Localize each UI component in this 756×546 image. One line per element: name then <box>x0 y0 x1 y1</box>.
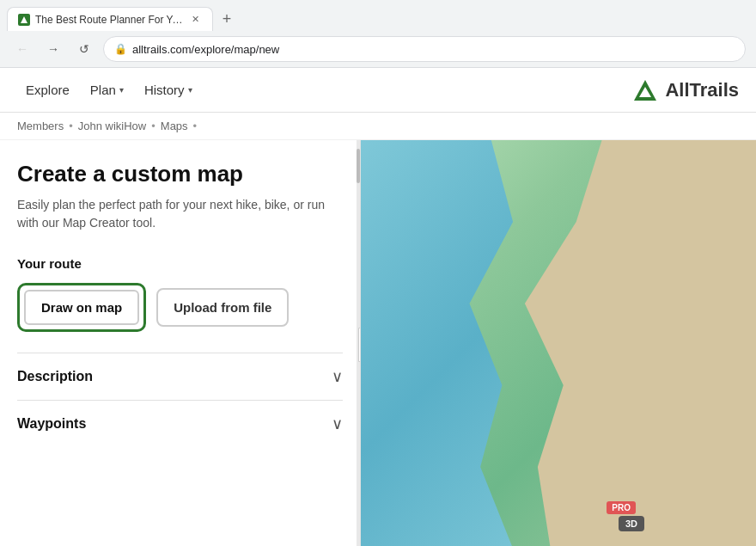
upload-from-file-button[interactable]: Upload from file <box>156 288 289 327</box>
breadcrumb: Members • John wikiHow • Maps • <box>0 113 756 140</box>
map-panel[interactable]: PRO 3D <box>361 140 756 546</box>
pro-badge: PRO <box>607 501 636 514</box>
scroll-thumb[interactable] <box>357 149 360 183</box>
breadcrumb-sep2: • <box>151 120 155 132</box>
plan-nav-item[interactable]: Plan ▾ <box>82 76 132 104</box>
history-label: History <box>144 83 185 97</box>
panel-subtitle: Easily plan the perfect path for your ne… <box>17 196 343 232</box>
main-layout: Create a custom map Easily plan the perf… <box>0 140 756 546</box>
route-buttons-container: Draw on map Upload from file <box>17 283 343 332</box>
page-title: Create a custom map <box>17 161 343 187</box>
draw-on-map-button[interactable]: Draw on map <box>24 290 139 325</box>
map-land <box>499 140 756 546</box>
waypoints-title: Waypoints <box>17 416 86 432</box>
tab-title: The Best Route Planner For Your... <box>35 14 183 26</box>
plan-chevron-icon: ▾ <box>119 85 124 95</box>
breadcrumb-user[interactable]: John wikiHow <box>78 120 146 132</box>
map-background: PRO 3D <box>361 140 756 546</box>
left-panel: Create a custom map Easily plan the perf… <box>0 140 361 546</box>
history-nav-item[interactable]: History ▾ <box>136 76 201 104</box>
waypoints-header[interactable]: Waypoints ∨ <box>17 414 343 433</box>
logo-text: AllTrails <box>665 79 739 101</box>
waypoints-chevron-icon: ∨ <box>332 414 343 433</box>
refresh-btn[interactable]: ↺ <box>72 37 96 61</box>
plan-label: Plan <box>90 83 116 97</box>
description-title: Description <box>17 369 93 384</box>
breadcrumb-sep3: • <box>193 120 198 132</box>
back-btn[interactable]: ← <box>10 37 34 61</box>
waypoints-section: Waypoints ∨ <box>17 400 343 447</box>
description-header[interactable]: Description ∨ <box>17 367 343 386</box>
breadcrumb-sep1: • <box>69 120 73 132</box>
breadcrumb-maps[interactable]: Maps <box>161 120 188 132</box>
explore-nav-item[interactable]: Explore <box>17 76 78 104</box>
draw-on-map-highlight: Draw on map <box>17 283 146 332</box>
site-header: Explore Plan ▾ History ▾ AllTrails <box>0 68 756 113</box>
history-chevron-icon: ▾ <box>188 85 192 95</box>
lock-icon: 🔒 <box>114 43 127 55</box>
svg-marker-0 <box>21 16 27 23</box>
browser-toolbar: ← → ↺ 🔒 alltrails.com/explore/map/new <box>0 31 756 67</box>
tab-bar: The Best Route Planner For Your... ✕ + <box>0 0 756 31</box>
site-nav: Explore Plan ▾ History ▾ <box>17 76 632 104</box>
tab-favicon <box>18 14 30 26</box>
your-route-label: Your route <box>17 256 343 271</box>
forward-btn[interactable]: → <box>41 37 65 61</box>
site-logo: AllTrails <box>632 78 739 102</box>
3d-badge[interactable]: 3D <box>619 516 644 531</box>
explore-label: Explore <box>26 83 70 97</box>
address-bar[interactable]: 🔒 alltrails.com/explore/map/new <box>103 36 746 62</box>
description-chevron-icon: ∨ <box>332 367 343 386</box>
active-tab[interactable]: The Best Route Planner For Your... ✕ <box>7 7 213 31</box>
new-tab-btn[interactable]: + <box>216 9 237 29</box>
browser-chrome: The Best Route Planner For Your... ✕ + ←… <box>0 0 756 68</box>
tab-close-btn[interactable]: ✕ <box>188 13 202 27</box>
description-section: Description ∨ <box>17 353 343 400</box>
alltrails-logo-icon <box>632 78 658 102</box>
address-text: alltrails.com/explore/map/new <box>132 43 735 56</box>
breadcrumb-members[interactable]: Members <box>17 120 64 132</box>
